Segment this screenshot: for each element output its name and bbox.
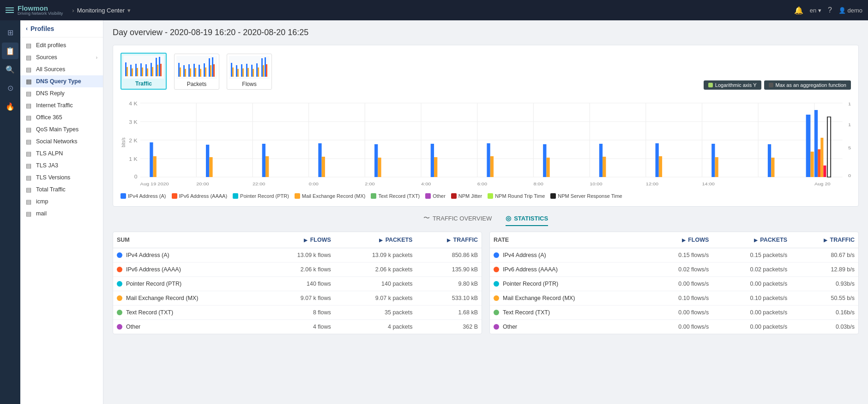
legend-dot-mx (295, 193, 300, 199)
help-icon[interactable]: ? (828, 6, 832, 14)
sidebar-item-icmp[interactable]: ▤icmp (20, 196, 103, 208)
svg-rect-89 (543, 144, 546, 177)
sidebar-item-tls-alpn[interactable]: ▤TLS ALPN (20, 147, 103, 159)
sidebar-item-label: TLS Versions (36, 174, 70, 181)
tabs-row: 〜TRAFFIC OVERVIEW◎STATISTICS (113, 214, 859, 226)
rate-flows-header[interactable]: ▶ FLOWS (646, 232, 712, 248)
sidebar-item-icon: ▤ (26, 186, 32, 193)
chart-options: Logarithmic axis Y Max as an aggregation… (704, 80, 851, 90)
svg-rect-17 (180, 67, 181, 77)
row-flows: 13.09 k flows (265, 248, 335, 263)
svg-rect-15 (160, 64, 162, 76)
svg-rect-10 (151, 63, 152, 76)
thumbnail-flows[interactable]: Flows (227, 54, 272, 90)
sidebar-item-edit-profiles[interactable]: ▤Edit profiles (20, 39, 103, 51)
log-axis-button[interactable]: Logarithmic axis Y (704, 80, 761, 90)
lang-selector[interactable]: en ▾ (810, 7, 821, 14)
sum-packets-header[interactable]: ▶ PACKETS (335, 232, 416, 248)
max-agg-button[interactable]: Max as an aggregation function (764, 80, 851, 90)
sidebar-item-icon: ▤ (26, 90, 32, 97)
svg-rect-1 (127, 67, 128, 76)
thumbnail-packets[interactable]: Packets (174, 54, 219, 90)
row-packets: 13.09 k packets (335, 248, 416, 263)
svg-rect-27 (205, 67, 206, 77)
sidebar-icon-search[interactable]: 🔍 (2, 61, 18, 78)
svg-rect-6 (140, 63, 142, 76)
tab-icon-traffic-overview: 〜 (423, 214, 430, 222)
sidebar-icon-flame[interactable]: 🔥 (2, 98, 18, 115)
sidebar-item-internet-traffic[interactable]: ▤Internet Traffic (20, 99, 103, 111)
svg-rect-23 (195, 68, 196, 77)
svg-rect-26 (204, 63, 205, 77)
sidebar-item-label: TLS ALPN (36, 150, 63, 157)
row-packets: 0.00 packets/s (712, 306, 791, 320)
topnav: Flowmon Driving Network Visibility › Mon… (0, 0, 868, 20)
svg-rect-19 (185, 69, 186, 77)
rate-traffic-header[interactable]: ▶ TRAFFIC (791, 232, 858, 248)
svg-rect-0 (125, 62, 127, 76)
row-packets: 0.00 packets/s (712, 277, 791, 291)
sidebar-item-icon: ▤ (26, 42, 32, 49)
svg-text:2 K: 2 K (129, 138, 138, 143)
svg-rect-36 (241, 64, 242, 77)
tab-statistics[interactable]: ◎STATISTICS (506, 214, 548, 226)
legend-label-ptr: Pointer Record (PTR) (240, 193, 289, 199)
row-traffic: 0.93b/s (791, 277, 858, 291)
section-arrow[interactable]: ▾ (127, 7, 131, 14)
hamburger-menu[interactable] (6, 7, 14, 13)
sidebar-icon-circle[interactable]: ⊙ (2, 80, 18, 96)
sum-flows-header[interactable]: ▶ FLOWS (265, 232, 335, 248)
type-name: Text Record (TXT) (503, 309, 550, 316)
svg-text:bits/s: bits/s (121, 137, 126, 147)
svg-rect-34 (236, 65, 237, 77)
svg-rect-12 (156, 58, 157, 76)
row-packets: 35 packets (335, 306, 416, 320)
sidebar-item-label: icmp (36, 198, 48, 205)
legend-item-npm-rtt: NPM Round Trip Time (488, 193, 545, 199)
bell-icon[interactable]: 🔔 (794, 6, 803, 15)
svg-text:Aug 19 2020: Aug 19 2020 (140, 182, 169, 186)
row-flows: 0.00 flows/s (646, 277, 712, 291)
sidebar-icon-monitor[interactable]: 📋 (2, 43, 18, 59)
sidebar-item-sources[interactable]: ▤Sources› (20, 51, 103, 63)
sidebar-item-mail[interactable]: ▤mail (20, 208, 103, 220)
sidebar-item-qos-main-types[interactable]: ▤QoS Main Types (20, 123, 103, 135)
sidebar-item-office-365[interactable]: ▤Office 365 (20, 111, 103, 123)
sidebar-item-all-sources[interactable]: ▤All Sources (20, 63, 103, 75)
table-row: Mail Exchange Record (MX) 0.10 flows/s 0… (490, 291, 858, 306)
sidebar-back-profiles[interactable]: ‹ Profiles (20, 20, 103, 37)
rate-packets-header[interactable]: ▶ PACKETS (712, 232, 791, 248)
legend-item-ipv6: IPv6 Address (AAAA) (172, 193, 228, 199)
svg-rect-75 (150, 142, 153, 177)
row-packets: 2.06 k packets (335, 263, 416, 277)
svg-rect-40 (251, 65, 253, 77)
type-dot (494, 310, 499, 315)
svg-rect-99 (806, 115, 811, 177)
tab-traffic-overview[interactable]: 〜TRAFFIC OVERVIEW (423, 214, 492, 226)
svg-rect-85 (431, 144, 434, 177)
sidebar-item-dns-reply[interactable]: ▤DNS Reply (20, 87, 103, 99)
legend-label-npm-srt: NPM Server Response Time (558, 193, 622, 199)
row-flows: 0.15 flows/s (646, 248, 712, 263)
sidebar-item-label: TLS JA3 (36, 162, 58, 169)
legend-dot-ptr (233, 193, 238, 199)
row-flows: 0.00 flows/s (646, 306, 712, 320)
arrow-right-icon: › (96, 55, 97, 60)
sidebar-item-tls-versions[interactable]: ▤TLS Versions (20, 171, 103, 184)
sidebar-item-social-networks[interactable]: ▤Social Networks (20, 135, 103, 147)
user-menu[interactable]: 👤 demo (838, 7, 862, 14)
thumbnail-traffic[interactable]: Traffic (121, 53, 167, 90)
sidebar-item-total-traffic[interactable]: ▤Total Traffic (20, 184, 103, 196)
legend-dot-other (425, 193, 431, 199)
table-row: Other 4 flows 4 packets 362 B (113, 320, 482, 334)
sidebar-item-tls-ja3[interactable]: ▤TLS JA3 (20, 159, 103, 171)
svg-rect-79 (262, 144, 265, 177)
row-name: Text Record (TXT) (490, 306, 646, 320)
sidebar-item-dns-query-type[interactable]: ▤DNS Query Type (20, 75, 103, 87)
legend-label-other: Other (433, 193, 446, 199)
sidebar-icon-home[interactable]: ⊞ (2, 24, 18, 41)
type-dot (494, 267, 499, 272)
sidebar-item-icon: ▤ (26, 54, 32, 61)
svg-rect-13 (157, 65, 158, 76)
sum-traffic-header[interactable]: ▶ TRAFFIC (416, 232, 482, 248)
